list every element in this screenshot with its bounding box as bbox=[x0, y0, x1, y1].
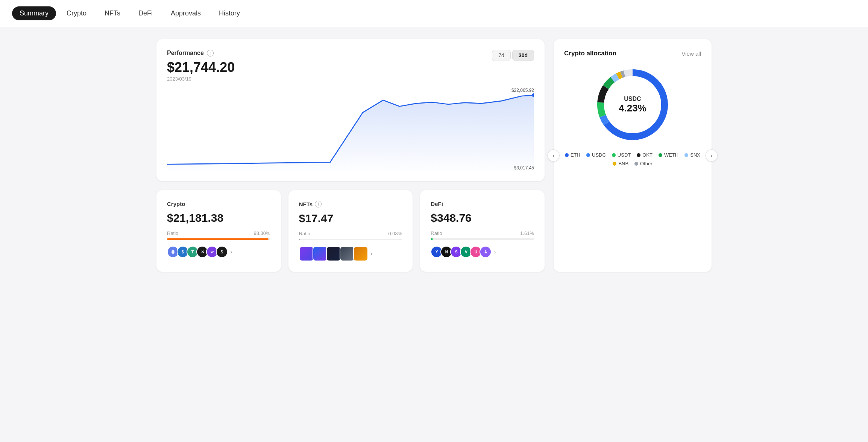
crypto-ratio-bar bbox=[167, 238, 270, 240]
time-button-group: 7d 30d bbox=[492, 50, 534, 61]
legend-weth: WETH bbox=[659, 152, 678, 158]
performance-info-icon[interactable]: i bbox=[207, 50, 214, 56]
nft-thumb-2 bbox=[313, 246, 328, 261]
token-icon-s: S bbox=[216, 246, 228, 258]
legend-dot-okt bbox=[637, 153, 640, 157]
allocation-card: Crypto allocation View all ‹ › bbox=[554, 39, 712, 272]
nfts-amount: $17.47 bbox=[299, 212, 402, 225]
crypto-ratio-fill bbox=[167, 238, 269, 240]
legend-dot-weth bbox=[659, 153, 662, 157]
legend-okt: OKT bbox=[637, 152, 653, 158]
legend-other: Other bbox=[634, 161, 653, 166]
legend-label-okt: OKT bbox=[642, 152, 653, 158]
legend-label-weth: WETH bbox=[664, 152, 678, 158]
chart-high-label: $22,065.92 bbox=[511, 88, 534, 93]
nfts-ratio-bar bbox=[299, 239, 402, 240]
performance-chart: $22,065.92 $3,017.45 bbox=[167, 88, 534, 171]
donut-center-label: USDC 4.23% bbox=[619, 96, 646, 114]
nft-thumb-3 bbox=[326, 246, 341, 261]
defi-card-title: DeFi bbox=[431, 201, 534, 207]
legend-dot-usdc bbox=[586, 153, 590, 157]
allocation-next-arrow[interactable]: › bbox=[706, 149, 718, 162]
time-btn-30d[interactable]: 30d bbox=[512, 50, 534, 61]
legend-label-usdt: USDT bbox=[618, 152, 631, 158]
nav-crypto[interactable]: Crypto bbox=[59, 6, 94, 20]
defi-ratio-bar bbox=[431, 238, 534, 240]
time-btn-7d[interactable]: 7d bbox=[492, 50, 511, 61]
nft-thumbnails: › bbox=[299, 246, 402, 261]
nfts-info-icon[interactable]: i bbox=[315, 201, 322, 207]
legend-dot-snx bbox=[684, 153, 688, 157]
performance-title: Performance bbox=[167, 50, 204, 56]
legend-bnb: BNB bbox=[613, 161, 628, 166]
defi-token-icons: Y N S V U A › bbox=[431, 246, 534, 258]
crypto-token-icons: $ T ✕ W S › bbox=[167, 246, 270, 258]
crypto-ratio-pct: 98.30% bbox=[254, 230, 270, 236]
legend-label-eth: ETH bbox=[571, 152, 580, 158]
crypto-more-arrow[interactable]: › bbox=[230, 248, 232, 255]
legend-usdc: USDC bbox=[586, 152, 606, 158]
legend-dot-eth bbox=[565, 153, 569, 157]
legend-snx: SNX bbox=[684, 152, 700, 158]
allocation-legend: ETH USDC USDT OKT WETH SNX bbox=[564, 152, 701, 166]
nfts-more-arrow[interactable]: › bbox=[370, 250, 372, 257]
crypto-ratio-label: Ratio bbox=[167, 230, 178, 236]
top-navigation: Summary Crypto NFTs DeFi Approvals Histo… bbox=[0, 0, 868, 27]
nav-nfts[interactable]: NFTs bbox=[97, 6, 128, 20]
donut-chart-container: USDC 4.23% bbox=[564, 63, 701, 146]
chart-svg bbox=[167, 88, 534, 171]
defi-ratio-fill bbox=[431, 238, 433, 240]
performance-header: Performance i bbox=[167, 50, 534, 56]
defi-more-arrow[interactable]: › bbox=[494, 248, 496, 255]
allocation-header: Crypto allocation View all bbox=[564, 50, 701, 57]
defi-ratio-label: Ratio bbox=[431, 230, 442, 236]
legend-dot-other bbox=[634, 162, 638, 166]
legend-eth: ETH bbox=[565, 152, 580, 158]
main-content: Performance i $21,744.20 2023/03/19 7d 3… bbox=[144, 27, 724, 284]
performance-date: 2023/03/19 bbox=[167, 76, 534, 82]
legend-label-usdc: USDC bbox=[592, 152, 606, 158]
legend-label-other: Other bbox=[640, 161, 653, 166]
crypto-card: Crypto $21,181.38 Ratio 98.30% $ bbox=[156, 190, 281, 272]
bottom-cards: Crypto $21,181.38 Ratio 98.30% $ bbox=[156, 190, 545, 272]
performance-amount: $21,744.20 bbox=[167, 59, 534, 75]
allocation-prev-arrow[interactable]: ‹ bbox=[548, 149, 560, 162]
legend-usdt: USDT bbox=[612, 152, 631, 158]
chart-low-label: $3,017.45 bbox=[514, 165, 534, 171]
nft-thumb-4 bbox=[340, 246, 355, 261]
crypto-ratio-row: Ratio 98.30% bbox=[167, 230, 270, 236]
nft-thumb-5 bbox=[353, 246, 368, 261]
nav-approvals[interactable]: Approvals bbox=[163, 6, 208, 20]
defi-amount: $348.76 bbox=[431, 212, 534, 224]
nfts-ratio-fill bbox=[299, 239, 300, 240]
nfts-card-title: NFTs i bbox=[299, 201, 402, 207]
defi-ratio-pct: 1.61% bbox=[520, 230, 534, 236]
nft-thumb-1 bbox=[299, 246, 314, 261]
crypto-amount: $21,181.38 bbox=[167, 212, 270, 224]
nav-summary[interactable]: Summary bbox=[12, 6, 56, 20]
nav-defi[interactable]: DeFi bbox=[131, 6, 160, 20]
defi-card: DeFi $348.76 Ratio 1.61% Y N S bbox=[420, 190, 545, 272]
donut-coin-name: USDC bbox=[619, 96, 646, 102]
defi-ratio-row: Ratio 1.61% bbox=[431, 230, 534, 236]
legend-dot-usdt bbox=[612, 153, 616, 157]
nav-history[interactable]: History bbox=[211, 6, 247, 20]
legend-label-snx: SNX bbox=[690, 152, 700, 158]
nfts-ratio-row: Ratio 0.08% bbox=[299, 231, 402, 236]
nfts-ratio-label: Ratio bbox=[299, 231, 310, 236]
nfts-card: NFTs i $17.47 Ratio 0.08% › bbox=[288, 190, 413, 272]
allocation-title: Crypto allocation bbox=[564, 50, 616, 57]
crypto-card-title: Crypto bbox=[167, 201, 270, 207]
defi-icon-6: A bbox=[480, 246, 492, 258]
nfts-ratio-pct: 0.08% bbox=[388, 231, 402, 236]
donut-pct: 4.23% bbox=[619, 102, 646, 114]
legend-dot-bnb bbox=[613, 162, 616, 166]
view-all-link[interactable]: View all bbox=[682, 50, 701, 57]
legend-label-bnb: BNB bbox=[618, 161, 628, 166]
performance-card: Performance i $21,744.20 2023/03/19 7d 3… bbox=[156, 39, 545, 181]
